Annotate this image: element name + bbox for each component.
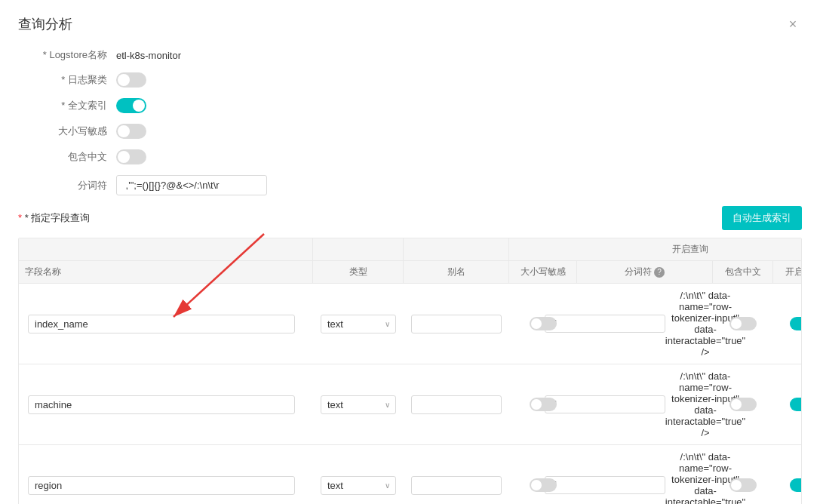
cell-stats[interactable] — [773, 311, 802, 337]
field-query-label: * 指定字段查询 — [18, 211, 90, 225]
logstore-row: * Logstore名称 etl-k8s-monitor — [26, 48, 794, 62]
include-chinese-label: 包含中文 — [26, 150, 116, 164]
cell-type: text long double — [313, 470, 404, 501]
cell-alias — [404, 389, 509, 420]
include-chinese-toggle[interactable] — [116, 149, 146, 164]
table-header: 开启查询 字段名称 类型 别名 大小写敏感 分词符 ? 包含中文 开启统计 删除 — [19, 238, 801, 283]
field-query-section: * 指定字段查询 自动生成索引 开启查询 字段名称 类型 别名 大小写敏感 — [18, 206, 802, 504]
type-select-wrap: text long double — [321, 395, 396, 414]
table-header-row1: 开启查询 — [19, 238, 801, 261]
table-row: text long double /:\n\t\" data-name="row… — [19, 283, 801, 364]
th-case-sensitive-bot: 大小写敏感 — [509, 261, 577, 283]
alias-input[interactable] — [411, 476, 502, 495]
row-include-chinese-toggle[interactable] — [729, 398, 757, 411]
table-row: text long double /:\n\t\" data-name="row… — [19, 444, 801, 504]
cell-field-name — [19, 389, 313, 420]
page: 查询分析 × * Logstore名称 etl-k8s-monitor * 日志… — [0, 0, 820, 504]
log-cluster-row: * 日志聚类 — [26, 72, 794, 88]
log-cluster-toggle[interactable] — [116, 72, 146, 88]
row-case-sensitive-toggle[interactable] — [530, 317, 557, 330]
tokenizer-help-icon[interactable]: ? — [654, 267, 665, 278]
cell-alias — [404, 470, 509, 501]
tokenizer-input[interactable] — [116, 175, 267, 195]
th-tokenizer-bot: 分词符 ? — [577, 261, 713, 283]
fulltext-row: * 全文索引 — [26, 98, 794, 113]
fulltext-toggle[interactable] — [116, 98, 146, 113]
type-select[interactable]: text long double — [321, 476, 396, 495]
th-alias-top — [404, 238, 509, 261]
row-stats-toggle[interactable] — [790, 398, 802, 411]
cell-type: text long double — [313, 389, 404, 420]
cell-tokenizer[interactable]: /:\n\t\" data-name="row-tokenizer-input"… — [577, 445, 713, 504]
th-open-query: 开启查询 — [509, 238, 802, 261]
cell-include-chinese[interactable] — [713, 392, 773, 417]
th-field-name-top — [19, 238, 313, 261]
logstore-value: etl-k8s-monitor — [116, 50, 181, 61]
th-alias-bot: 别名 — [404, 261, 509, 283]
tokenizer-label: 分词符 — [26, 179, 116, 192]
case-sensitive-row: 大小写敏感 — [26, 124, 794, 139]
th-stats-bot: 开启统计 — [773, 261, 802, 283]
cell-field-name — [19, 309, 313, 340]
form-section: * Logstore名称 etl-k8s-monitor * 日志聚类 * 全文… — [18, 48, 802, 195]
cell-tokenizer[interactable]: /:\n\t\" data-name="row-tokenizer-input"… — [577, 284, 713, 364]
type-select[interactable]: text long double — [321, 315, 396, 333]
th-include-chinese-bot: 包含中文 — [713, 261, 773, 283]
tokenizer-row: 分词符 — [26, 175, 794, 195]
case-sensitive-label: 大小写敏感 — [26, 124, 116, 138]
table-body: text long double /:\n\t\" data-name="row… — [19, 283, 801, 504]
cell-field-name — [19, 470, 313, 501]
include-chinese-row: 包含中文 — [26, 149, 794, 164]
row-stats-toggle[interactable] — [790, 478, 802, 492]
alias-input[interactable] — [411, 315, 502, 333]
type-select-wrap: text long double — [321, 476, 396, 495]
cell-alias — [404, 309, 509, 340]
type-select[interactable]: text long double — [321, 395, 396, 414]
field-table: 开启查询 字段名称 类型 别名 大小写敏感 分词符 ? 包含中文 开启统计 删除 — [18, 238, 802, 504]
log-cluster-label: * 日志聚类 — [26, 73, 116, 87]
cell-tokenizer[interactable]: /:\n\t\" data-name="row-tokenizer-input"… — [577, 364, 713, 444]
cell-stats[interactable] — [773, 392, 802, 417]
row-include-chinese-toggle[interactable] — [729, 478, 757, 492]
alias-input[interactable] — [411, 395, 502, 414]
th-type-bot: 类型 — [313, 261, 404, 283]
th-field-name-bot: 字段名称 — [19, 261, 313, 283]
type-select-wrap: text long double — [321, 315, 396, 333]
row-include-chinese-toggle[interactable] — [729, 317, 757, 330]
dialog-header: 查询分析 × — [18, 15, 802, 33]
cell-include-chinese[interactable] — [713, 311, 773, 337]
case-sensitive-toggle[interactable] — [116, 124, 146, 139]
cell-stats[interactable] — [773, 472, 802, 498]
field-name-input[interactable] — [28, 476, 295, 495]
table-header-row2: 字段名称 类型 别名 大小写敏感 分词符 ? 包含中文 开启统计 删除 — [19, 261, 801, 283]
row-stats-toggle[interactable] — [790, 317, 802, 330]
row-case-sensitive-toggle[interactable] — [530, 398, 557, 411]
field-name-input[interactable] — [28, 395, 295, 414]
fulltext-label: * 全文索引 — [26, 99, 116, 112]
th-type-top — [313, 238, 404, 261]
close-button[interactable]: × — [784, 15, 802, 33]
cell-include-chinese[interactable] — [713, 472, 773, 498]
dialog-title: 查询分析 — [18, 15, 72, 33]
logstore-label: * Logstore名称 — [26, 48, 116, 62]
field-name-input[interactable] — [28, 315, 295, 333]
row-case-sensitive-toggle[interactable] — [530, 478, 557, 492]
cell-type: text long double — [313, 309, 404, 340]
auto-generate-button[interactable]: 自动生成索引 — [722, 206, 802, 230]
table-row: text long double /:\n\t\" data-name="row… — [19, 364, 801, 444]
field-query-header: * 指定字段查询 自动生成索引 — [18, 206, 802, 230]
